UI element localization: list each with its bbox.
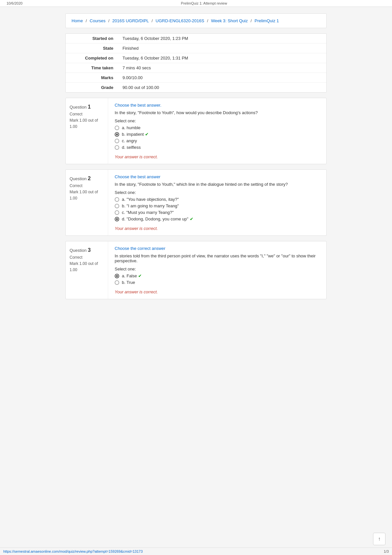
breadcrumb-home[interactable]: Home [72, 18, 83, 23]
summary-table: Started onTuesday, 6 October 2020, 1:23 … [66, 34, 326, 92]
question-3-option-0-radio [115, 274, 119, 278]
question-2-options: a. "You have objections, itay?"b. "I am … [115, 197, 320, 221]
summary-label: Completed on [66, 53, 118, 63]
question-3-options: a. False✔b. True [115, 273, 320, 285]
questions-container: Question 1 Correct Mark 1.00 out of 1.00… [65, 98, 327, 299]
summary-value: 7 mins 40 secs [118, 63, 326, 73]
question-mark-1: Mark 1.00 out of 1.00 [70, 117, 104, 130]
question-2-result: Your answer is correct. [115, 226, 320, 231]
main-container: Home / Courses / 2016S UGRD/DIPL / UGRD-… [62, 7, 330, 311]
summary-label: Marks [66, 73, 118, 83]
question-2-option-2-label: c. "Must you marry Teang?" [122, 210, 174, 215]
summary-row: StateFinished [66, 43, 326, 53]
breadcrumb-sep-2: / [108, 18, 110, 23]
breadcrumb-week[interactable]: Week 3: Short Quiz [211, 18, 248, 23]
question-1-option-0[interactable]: a. humble [115, 125, 320, 130]
question-2-option-1-radio [115, 204, 119, 208]
breadcrumb-sep-4: / [207, 18, 208, 23]
summary-row: Marks9.00/10.00 [66, 73, 326, 83]
summary-label: Started on [66, 34, 118, 43]
question-2-option-2[interactable]: c. "Must you marry Teang?" [115, 210, 320, 215]
question-number-2: Question 2 [70, 174, 104, 183]
summary-row: Completed onTuesday, 6 October 2020, 1:3… [66, 53, 326, 63]
summary-label: Grade [66, 83, 118, 93]
top-bar-title: PrelimQuiz 1: Attempt review [181, 1, 227, 5]
question-1-option-2-radio [115, 139, 119, 143]
question-3-option-0-checkmark: ✔ [138, 273, 142, 278]
question-3-option-1-radio [115, 280, 119, 285]
summary-row: Grade90.00 out of 100.00 [66, 83, 326, 93]
question-3-body: Choose the correct answerIn stories told… [108, 241, 326, 299]
summary-value: Tuesday, 6 October 2020, 1:23 PM [118, 34, 326, 43]
question-1-body: Choose the best answer.In the story, "Fo… [108, 98, 326, 164]
question-status-1: Correct [70, 111, 104, 117]
question-2-option-0-radio [115, 197, 119, 202]
question-1-select-label: Select one: [115, 118, 320, 123]
summary-label: Time taken [66, 63, 118, 73]
question-number-3: Question 3 [70, 246, 104, 254]
question-3-option-1[interactable]: b. True [115, 280, 320, 285]
question-2-option-3[interactable]: d. "Dodong, Dodong, you come up"✔ [115, 217, 320, 221]
question-1-option-0-radio [115, 126, 119, 130]
question-1-sidebar: Question 1 Correct Mark 1.00 out of 1.00 [66, 98, 108, 164]
question-2-prompt: Choose the best answer [115, 174, 320, 179]
question-2-option-0-label: a. "You have objections, itay?" [122, 197, 179, 202]
top-bar-date: 10/6/2020 [7, 1, 23, 5]
summary-row: Time taken7 mins 40 secs [66, 63, 326, 73]
question-2-body: Choose the best answerIn the story, "Foo… [108, 170, 326, 235]
breadcrumb-courses[interactable]: Courses [90, 18, 106, 23]
question-1-prompt: Choose the best answer. [115, 103, 320, 108]
top-bar: 10/6/2020 PrelimQuiz 1: Attempt review [0, 0, 392, 7]
question-1-option-1-radio [115, 132, 119, 137]
question-3-result: Your answer is correct. [115, 289, 320, 294]
question-2-option-3-label: d. "Dodong, Dodong, you come up" [122, 217, 188, 221]
summary-value: 9.00/10.00 [118, 73, 326, 83]
summary-row: Started onTuesday, 6 October 2020, 1:23 … [66, 34, 326, 43]
breadcrumb-course[interactable]: UGRD-ENGL6320-2016S [155, 18, 204, 23]
question-1-option-1-label: b. impatient [122, 132, 144, 137]
question-1-option-3-label: d. selfless [122, 145, 141, 150]
question-1-option-1[interactable]: b. impatient✔ [115, 132, 320, 137]
question-3-text: In stories told from the third person po… [115, 253, 320, 263]
question-1-option-3-radio [115, 145, 119, 150]
question-2-option-1-label: b. "I am going to marry Teang" [122, 203, 179, 208]
question-1-options: a. humbleb. impatient✔c. angryd. selfles… [115, 125, 320, 150]
question-1-option-2-label: c. angry [122, 138, 137, 143]
breadcrumb-sep-3: / [152, 18, 153, 23]
question-3-select-label: Select one: [115, 267, 320, 271]
question-block-2: Question 2 Correct Mark 1.00 out of 1.00… [65, 169, 327, 236]
question-2-text: In the story, "Footnote to Youth," which… [115, 182, 320, 187]
breadcrumb: Home / Courses / 2016S UGRD/DIPL / UGRD-… [65, 13, 327, 28]
question-3-option-0[interactable]: a. False✔ [115, 273, 320, 278]
question-status-3: Correct [70, 254, 104, 261]
question-2-option-2-radio [115, 210, 119, 215]
question-1-result: Your answer is correct. [115, 154, 320, 159]
summary-value: Tuesday, 6 October 2020, 1:31 PM [118, 53, 326, 63]
question-2-option-3-checkmark: ✔ [190, 217, 193, 221]
summary-label: State [66, 43, 118, 53]
breadcrumb-sep-1: / [86, 18, 87, 23]
question-mark-2: Mark 1.00 out of 1.00 [70, 189, 104, 201]
question-1-text: In the story, "Footnote to Youth", how w… [115, 110, 320, 115]
question-1-option-1-checkmark: ✔ [145, 132, 149, 137]
question-1-option-0-label: a. humble [122, 125, 140, 130]
question-2-sidebar: Question 2 Correct Mark 1.00 out of 1.00 [66, 170, 108, 235]
question-mark-3: Mark 1.00 out of 1.00 [70, 261, 104, 273]
breadcrumb-quiz[interactable]: PrelimQuiz 1 [254, 18, 279, 23]
question-2-select-label: Select one: [115, 190, 320, 195]
question-status-2: Correct [70, 183, 104, 189]
question-2-option-1[interactable]: b. "I am going to marry Teang" [115, 203, 320, 208]
question-1-option-2[interactable]: c. angry [115, 138, 320, 143]
summary-value: 90.00 out of 100.00 [118, 83, 326, 93]
breadcrumb-sep-5: / [251, 18, 252, 23]
question-3-option-1-label: b. True [122, 280, 135, 285]
breadcrumb-program[interactable]: 2016S UGRD/DIPL [112, 18, 149, 23]
question-3-option-0-label: a. False [122, 273, 137, 278]
question-number-1: Question 1 [70, 103, 104, 111]
question-2-option-0[interactable]: a. "You have objections, itay?" [115, 197, 320, 202]
question-3-sidebar: Question 3 Correct Mark 1.00 out of 1.00 [66, 241, 108, 299]
question-2-option-3-radio [115, 217, 119, 221]
summary-box: Started onTuesday, 6 October 2020, 1:23 … [65, 33, 327, 93]
question-3-prompt: Choose the correct answer [115, 246, 320, 251]
question-1-option-3[interactable]: d. selfless [115, 145, 320, 150]
